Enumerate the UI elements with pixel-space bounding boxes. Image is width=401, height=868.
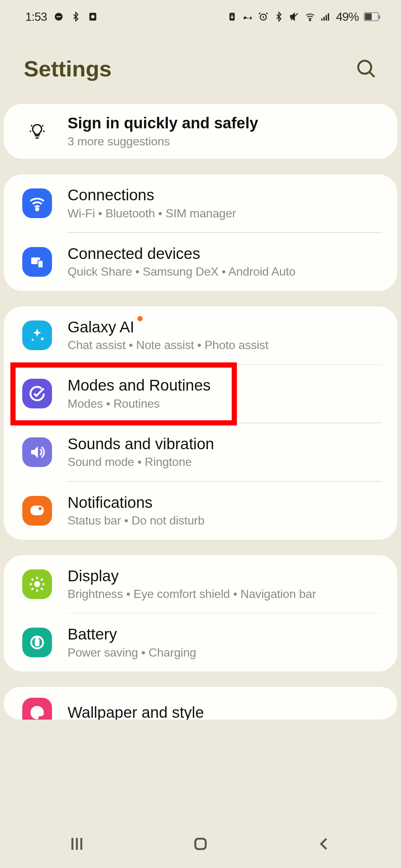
status-time: 1:53 [25,10,47,24]
svg-rect-37 [195,839,206,849]
row-subtitle: Wi-Fi • Bluetooth • SIM manager [68,206,382,221]
row-title: Sounds and vibration [68,434,382,454]
svg-point-3 [91,15,95,18]
svg-point-17 [36,208,38,210]
settings-group-1: Connections Wi-Fi • Bluetooth • SIM mana… [4,174,397,291]
status-bar-right: 49% [227,10,379,24]
header: Settings [0,33,401,104]
row-battery[interactable]: Battery Power saving • Charging [4,614,397,671]
lightbulb-icon [22,116,52,146]
bluetooth-icon [71,11,81,22]
mute-icon [289,11,300,22]
navigation-bar [0,820,401,868]
signal-icon [320,11,331,22]
leaf-icon [227,11,237,22]
wifi-circle-icon [22,188,52,218]
settings-content[interactable]: Sign in quickly and safely 3 more sugges… [0,104,401,720]
suggestion-row[interactable]: Sign in quickly and safely 3 more sugges… [4,104,397,159]
wifi-icon [305,11,315,22]
row-wallpaper-style[interactable]: Wallpaper and style [4,687,397,720]
row-connected-devices[interactable]: Connected devices Quick Share • Samsung … [4,233,397,291]
battery-icon [364,12,379,21]
app-icon [88,11,98,22]
svg-rect-7 [321,19,323,21]
svg-rect-9 [326,15,327,20]
svg-point-22 [34,581,40,587]
svg-line-29 [32,588,33,590]
search-icon [355,57,377,80]
svg-rect-19 [38,260,43,268]
row-modes-routines[interactable]: Modes and Routines Modes • Routines [4,365,397,423]
status-bar: 1:53 49% [0,0,401,33]
battery-circle-icon [22,628,52,657]
svg-line-28 [41,588,43,590]
row-title: Battery [68,625,382,644]
row-notifications[interactable]: Notifications Status bar • Do not distur… [4,482,397,540]
row-display[interactable]: Display Brightness • Eye comfort shield … [4,555,397,613]
bluetooth-status-icon [274,11,284,22]
svg-rect-8 [323,17,325,21]
new-badge-dot [137,316,143,321]
row-title: Notifications [68,493,382,513]
settings-group-4: Wallpaper and style [4,687,397,720]
svg-rect-1 [56,16,61,17]
svg-point-11 [358,61,371,74]
row-subtitle: Quick Share • Samsung DeX • Android Auto [68,264,382,280]
nav-recents[interactable] [40,835,114,853]
row-sounds-vibration[interactable]: Sounds and vibration Sound mode • Ringto… [4,423,397,481]
palette-icon [22,698,52,720]
status-bar-left: 1:53 [25,10,98,24]
svg-line-16 [42,125,43,126]
suggestion-title: Sign in quickly and safely [68,114,382,133]
nav-home[interactable] [163,835,238,853]
row-subtitle: Brightness • Eye comfort shield • Naviga… [68,586,382,602]
notification-bubble-icon [22,496,52,526]
row-title: Connected devices [68,244,382,264]
svg-line-12 [370,72,375,77]
row-subtitle: Modes • Routines [68,396,382,412]
suggestion-subtitle: 3 more suggestions [68,134,382,149]
svg-rect-20 [30,506,44,515]
row-subtitle: Chat assist • Note assist • Photo assist [68,338,382,353]
devices-icon [22,247,52,277]
row-title: Display [68,566,382,586]
battery-percent: 49% [336,10,359,24]
settings-group-2: Galaxy AI Chat assist • Note assist • Ph… [4,306,397,540]
svg-line-30 [41,579,43,581]
svg-line-27 [32,579,33,581]
row-title: Connections [68,185,382,205]
suggestion-text: Sign in quickly and safely 3 more sugges… [68,114,382,149]
row-galaxy-ai[interactable]: Galaxy AI Chat assist • Note assist • Ph… [4,306,397,364]
sun-icon [22,569,52,599]
svg-point-6 [309,20,311,21]
row-subtitle: Sound mode • Ringtone [68,454,382,470]
page-title: Settings [24,56,112,82]
svg-rect-10 [328,13,329,21]
settings-group-3: Display Brightness • Eye comfort shield … [4,555,397,672]
search-button[interactable] [355,57,377,80]
svg-rect-33 [36,638,38,640]
bed-icon [242,11,253,22]
svg-point-21 [39,507,42,510]
row-subtitle: Status bar • Do not disturb [68,513,382,529]
sparkle-icon [22,320,52,350]
svg-line-15 [31,125,32,126]
row-title: Modes and Routines [68,376,382,395]
speaker-icon [22,437,52,467]
nav-back[interactable] [287,835,361,853]
alarm-icon [258,11,268,22]
suggestion-card[interactable]: Sign in quickly and safely 3 more sugges… [4,104,397,159]
row-title: Wallpaper and style [68,703,382,720]
row-subtitle: Power saving • Charging [68,645,382,661]
dnd-icon [53,11,64,22]
check-circle-icon [22,379,52,408]
row-title: Galaxy AI [68,318,382,337]
row-connections[interactable]: Connections Wi-Fi • Bluetooth • SIM mana… [4,174,397,232]
